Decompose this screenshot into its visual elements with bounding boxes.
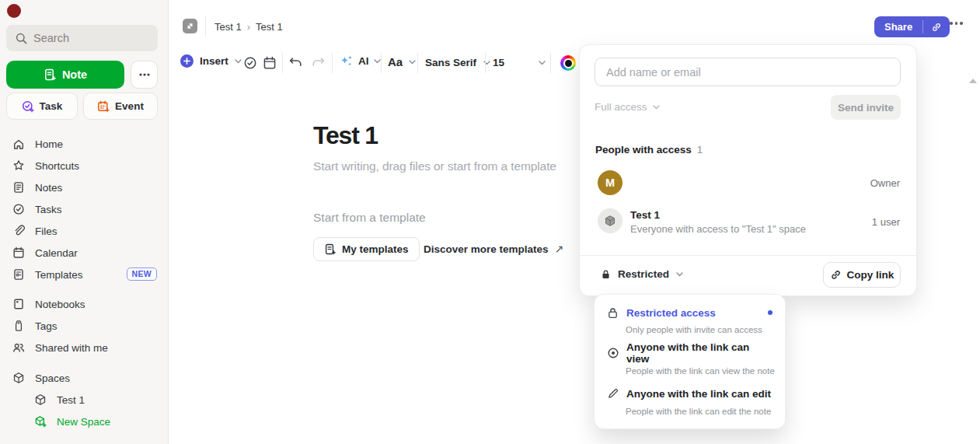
insert-menu-button[interactable]: Insert (180, 54, 242, 68)
insert-event-button[interactable] (263, 56, 277, 70)
pencil-icon (607, 387, 619, 400)
copy-link-label: Copy link (847, 269, 895, 281)
toolbar-divider (417, 53, 418, 73)
new-note-button[interactable]: Note (6, 61, 124, 89)
sidebar-item-files[interactable]: Files (0, 220, 169, 242)
owner-avatar: M (598, 170, 623, 195)
font-family-select[interactable]: Sans Serif (425, 57, 490, 68)
nav-label: Home (35, 138, 63, 150)
header-more-button[interactable] (950, 22, 963, 25)
sidebar-secondary-nav: Notebooks Tags Shared with me (0, 293, 169, 358)
share-split-button[interactable]: Share (874, 16, 950, 37)
share-button[interactable]: Share (874, 16, 922, 37)
text-color-picker[interactable] (560, 55, 576, 71)
template-icon (12, 268, 25, 281)
cube-icon (604, 215, 616, 227)
header-divider (205, 16, 206, 37)
owner-role: Owner (870, 177, 900, 189)
nav-label: Tags (35, 320, 58, 332)
plus-circle-icon (180, 54, 194, 68)
font-size-select[interactable]: 15 (493, 57, 546, 68)
my-templates-button[interactable]: My templates (313, 237, 420, 261)
sidebar-item-templates[interactable]: Templates NEW (0, 264, 169, 285)
people-with-access-header: People with access1 (595, 144, 703, 156)
nav-label: Shared with me (35, 342, 108, 354)
sidebar-item-spaces[interactable]: Spaces (0, 367, 169, 389)
menu-option-subtitle: People with the link can view the note (626, 366, 775, 376)
star-icon (12, 159, 25, 172)
discover-templates-link[interactable]: Discover more templates ↗ (424, 243, 563, 255)
new-task-button[interactable]: Task (6, 93, 78, 120)
link-access-selector[interactable]: Restricted (601, 268, 683, 280)
users-icon (12, 341, 25, 354)
share-popup: Full access Send invite People with acce… (580, 45, 916, 295)
menu-option-restricted-access[interactable]: Restricted access (595, 304, 785, 321)
sidebar-item-space-test1[interactable]: Test 1 (0, 389, 169, 411)
new-note-label: Note (62, 68, 87, 81)
sidebar-item-home[interactable]: Home (0, 133, 169, 155)
nav-label: Notes (35, 182, 62, 194)
template-section-label: Start from a template (313, 211, 426, 225)
menu-option-title: Anyone with the link can edit (626, 388, 771, 400)
new-task-label: Task (40, 100, 63, 112)
sidebar: Note Task Event Home Shortcuts Notes T (0, 0, 169, 444)
sidebar-item-tags[interactable]: Tags (0, 315, 169, 337)
check-circle-icon (243, 56, 257, 70)
font-family-value: Sans Serif (425, 57, 476, 68)
task-icon (22, 100, 34, 113)
sidebar-item-shortcuts[interactable]: Shortcuts (0, 155, 169, 177)
sidebar-primary-nav: Home Shortcuts Notes Tasks Files Calenda… (0, 133, 169, 285)
ai-menu-button[interactable]: AI (340, 54, 381, 68)
insert-label: Insert (200, 55, 228, 67)
my-templates-label: My templates (342, 243, 409, 255)
editor-placeholder[interactable]: Start writing, drag files or start from … (313, 159, 556, 173)
sidebar-item-notebooks[interactable]: Notebooks (0, 293, 169, 315)
breadcrumb-parent[interactable]: Test 1 (214, 21, 242, 33)
people-header-label: People with access (595, 144, 692, 156)
new-event-label: Event (115, 100, 144, 112)
share-link-button[interactable] (923, 16, 950, 37)
sidebar-item-calendar[interactable]: Calendar (0, 242, 169, 264)
menu-option-link-can-view[interactable]: Anyone with the link can view (595, 344, 785, 362)
new-event-button[interactable]: Event (83, 93, 158, 120)
sidebar-item-new-space[interactable]: New Space (0, 411, 169, 432)
sidebar-spaces-section: Spaces Test 1 New Space (0, 367, 169, 432)
nav-label: Shortcuts (35, 160, 79, 172)
scroll-up-arrow[interactable] (969, 79, 977, 83)
send-invite-button[interactable]: Send invite (831, 95, 901, 120)
people-count: 1 (697, 144, 703, 156)
sidebar-item-notes[interactable]: Notes (0, 177, 169, 198)
menu-option-subtitle: People with the link can edit the note (626, 407, 771, 416)
create-more-button[interactable] (131, 61, 158, 89)
menu-option-title: Anyone with the link can view (626, 341, 772, 365)
menu-option-link-can-edit[interactable]: Anyone with the link can edit (595, 385, 785, 402)
sidebar-item-tasks[interactable]: Tasks (0, 198, 169, 220)
search-field[interactable] (6, 25, 158, 51)
toolbar-divider (485, 53, 486, 73)
space-row-title: Test 1 (630, 209, 660, 221)
redo-button[interactable] (311, 56, 326, 70)
recording-indicator (7, 4, 21, 18)
toolbar-divider (282, 53, 283, 73)
invite-input[interactable] (595, 58, 901, 86)
toolbar-divider (332, 53, 333, 73)
link-access-menu: Restricted access Only people with invit… (595, 295, 785, 428)
breadcrumb: Test 1 › Test 1 (214, 21, 283, 33)
document-title[interactable]: Test 1 (313, 121, 378, 150)
text-style-button[interactable]: Aa (388, 55, 416, 68)
insert-task-button[interactable] (243, 56, 257, 70)
sidebar-item-shared-with-me[interactable]: Shared with me (0, 337, 169, 358)
tag-icon (12, 320, 25, 332)
permission-selector[interactable]: Full access (595, 101, 660, 113)
breadcrumb-current[interactable]: Test 1 (256, 21, 283, 33)
expand-sidebar-button[interactable] (183, 19, 197, 33)
paperclip-icon (12, 225, 25, 237)
search-input[interactable] (33, 32, 142, 44)
menu-option-title: Restricted access (626, 307, 716, 319)
notes-icon (12, 181, 25, 194)
undo-button[interactable] (288, 56, 303, 70)
calendar-icon (263, 56, 277, 70)
permission-value: Full access (595, 101, 647, 113)
nav-label: New Space (57, 416, 110, 428)
copy-link-button[interactable]: Copy link (823, 262, 901, 288)
